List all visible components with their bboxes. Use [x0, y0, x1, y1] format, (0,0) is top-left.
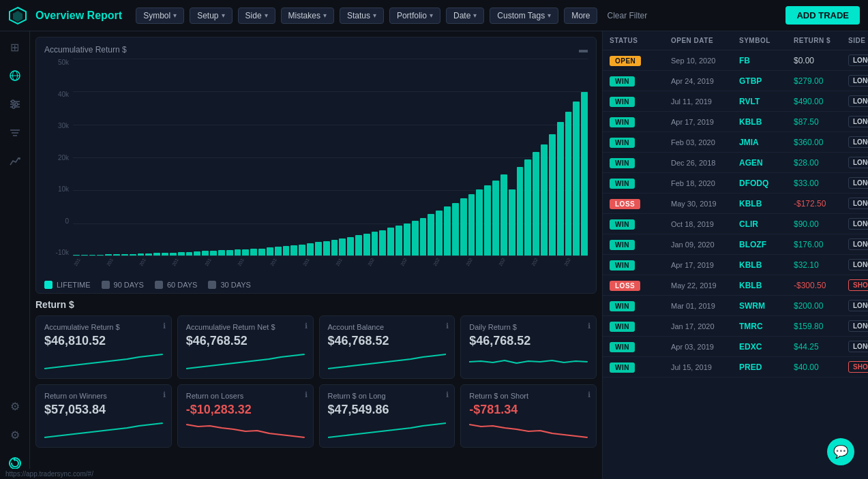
bar[interactable] — [363, 234, 370, 256]
bar[interactable] — [170, 253, 177, 256]
bar[interactable] — [468, 194, 475, 256]
bar[interactable] — [484, 185, 491, 256]
bar[interactable] — [89, 255, 96, 256]
table-row[interactable]: OPENSep 10, 2020FB$0.00LONG — [603, 50, 868, 71]
bar[interactable] — [226, 250, 233, 256]
side-filter-button[interactable]: Side ▾ — [238, 7, 275, 24]
bar[interactable] — [267, 247, 273, 256]
bar[interactable] — [162, 253, 168, 256]
bar[interactable] — [210, 251, 217, 256]
bar[interactable] — [178, 252, 185, 256]
bar[interactable] — [517, 167, 524, 256]
bar[interactable] — [476, 189, 483, 256]
clear-filter-button[interactable]: Clear Filter — [603, 8, 651, 23]
date-filter-button[interactable]: Date ▾ — [446, 7, 484, 24]
bar[interactable] — [420, 218, 427, 256]
bar[interactable] — [549, 134, 556, 256]
add-trade-button[interactable]: ADD TRADE — [785, 6, 860, 25]
30days-checkbox[interactable] — [208, 281, 216, 289]
bar[interactable] — [428, 214, 434, 256]
trade-symbol[interactable]: FB — [739, 56, 794, 65]
bar[interactable] — [97, 255, 104, 256]
period-30days[interactable]: 30 DAYS — [208, 281, 250, 289]
trade-symbol[interactable]: KBLB — [739, 117, 794, 127]
trade-symbol[interactable]: GTBP — [739, 76, 794, 86]
setup-filter-button[interactable]: Setup ▾ — [190, 7, 232, 24]
bar[interactable] — [379, 230, 386, 256]
bar[interactable] — [492, 181, 499, 256]
bar[interactable] — [235, 249, 241, 256]
bar[interactable] — [121, 254, 128, 256]
bar[interactable] — [323, 241, 330, 256]
sidebar-item-globe[interactable] — [8, 68, 23, 83]
bar[interactable] — [105, 254, 112, 256]
trade-symbol[interactable]: DFODQ — [739, 179, 794, 188]
bar[interactable] — [258, 249, 265, 256]
bar[interactable] — [315, 242, 322, 256]
table-row[interactable]: WINFeb 18, 2020DFODQ$33.00LONG — [603, 173, 868, 194]
more-button[interactable]: More — [564, 7, 597, 24]
table-row[interactable]: LOSSMay 30, 2019KBLB-$172.50LONG — [603, 194, 868, 214]
bar[interactable] — [283, 246, 290, 256]
bar[interactable] — [444, 206, 451, 256]
bar[interactable] — [452, 203, 459, 256]
stat-info-icon[interactable]: ℹ — [588, 390, 590, 399]
period-lifetime[interactable]: LIFETIME — [44, 281, 91, 289]
period-60days[interactable]: 60 DAYS — [155, 281, 197, 289]
table-row[interactable]: WINDec 26, 2018AGEN$28.00LONG — [603, 153, 868, 173]
sidebar-gear-icon[interactable]: ⚙ — [8, 427, 23, 442]
trade-symbol[interactable]: PRED — [739, 362, 794, 372]
bar[interactable] — [145, 253, 152, 256]
trade-symbol[interactable]: KBLB — [739, 281, 794, 290]
table-row[interactable]: LOSSMay 22, 2019KBLB-$300.50SHORT — [603, 275, 868, 296]
60days-checkbox[interactable] — [155, 281, 163, 289]
stat-info-icon[interactable]: ℹ — [446, 390, 449, 399]
trade-symbol[interactable]: JMIA — [739, 138, 794, 147]
bar[interactable] — [395, 226, 402, 256]
bar[interactable] — [372, 232, 378, 256]
bar[interactable] — [242, 249, 249, 256]
bar[interactable] — [541, 144, 548, 256]
table-row[interactable]: WINApr 17, 2019KBLB$87.50LONG — [603, 112, 868, 132]
bar[interactable] — [194, 251, 200, 256]
stat-info-icon[interactable]: ℹ — [446, 322, 449, 330]
table-row[interactable]: WINOct 18, 2019CLIR$90.00LONG — [603, 214, 868, 234]
stat-info-icon[interactable]: ℹ — [163, 390, 166, 399]
bar[interactable] — [331, 240, 338, 256]
trade-symbol[interactable]: KBLB — [739, 260, 794, 270]
bar[interactable] — [275, 247, 282, 256]
stat-info-icon[interactable]: ℹ — [305, 390, 308, 399]
bar[interactable] — [460, 198, 467, 256]
bar[interactable] — [113, 254, 120, 256]
sidebar-item-chart[interactable] — [8, 154, 23, 169]
90days-checkbox[interactable] — [102, 281, 110, 289]
bar[interactable] — [436, 211, 443, 256]
table-row[interactable]: WINJan 09, 2020BLOZF$176.00LONG — [603, 234, 868, 255]
chart-menu-icon[interactable]: ▬ — [579, 44, 588, 55]
status-filter-button[interactable]: Status ▾ — [340, 7, 384, 24]
bar[interactable] — [339, 238, 346, 256]
bar[interactable] — [355, 235, 362, 256]
bar[interactable] — [573, 102, 580, 256]
table-row[interactable]: WINJan 17, 2020TMRC$159.80LONG — [603, 316, 868, 337]
bar[interactable] — [130, 254, 136, 256]
table-row[interactable]: WINJul 11, 2019RVLT$490.00LONG — [603, 91, 868, 112]
sidebar-item-grid[interactable]: ⊞ — [8, 40, 23, 55]
trade-symbol[interactable]: CLIR — [739, 219, 794, 229]
trade-symbol[interactable]: RVLT — [739, 97, 794, 106]
symbol-filter-button[interactable]: Symbol ▾ — [136, 7, 184, 24]
trade-symbol[interactable]: EDXC — [739, 342, 794, 352]
period-90days[interactable]: 90 DAYS — [102, 281, 144, 289]
custom-tags-filter-button[interactable]: Custom Tags ▾ — [490, 7, 558, 24]
lifetime-checkbox[interactable] — [44, 281, 53, 289]
table-row[interactable]: WINJul 15, 2019PRED$40.00SHORT — [603, 357, 868, 377]
bar[interactable] — [202, 251, 209, 256]
bar[interactable] — [581, 92, 588, 256]
bar[interactable] — [500, 174, 507, 256]
table-row[interactable]: WINApr 24, 2019GTBP$279.00LONG — [603, 71, 868, 91]
bar[interactable] — [533, 152, 539, 256]
table-row[interactable]: WINApr 17, 2019KBLB$32.10LONG — [603, 255, 868, 275]
bar[interactable] — [387, 228, 394, 256]
bar[interactable] — [73, 255, 80, 256]
trade-symbol[interactable]: BLOZF — [739, 240, 794, 249]
